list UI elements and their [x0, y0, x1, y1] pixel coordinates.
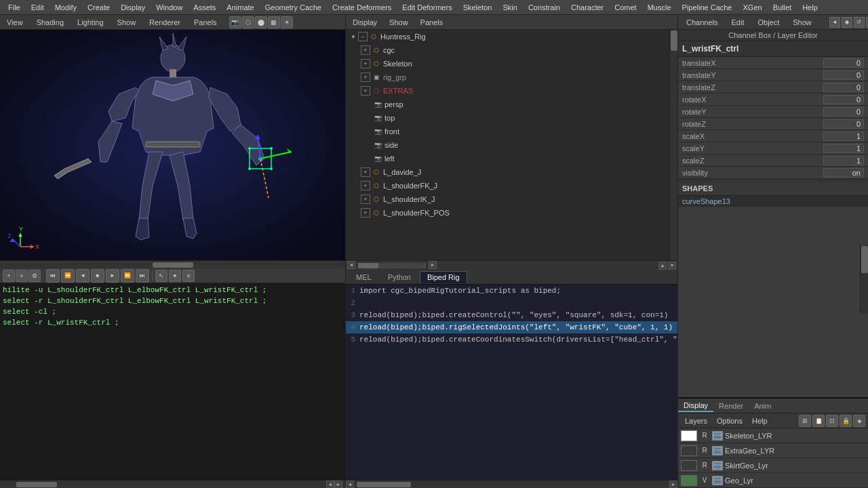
channel-value-sy[interactable]: 1: [823, 144, 864, 153]
menu-file[interactable]: File: [3, 2, 26, 13]
menu-create[interactable]: Create: [82, 2, 115, 13]
play-back-end-btn[interactable]: ⏮: [46, 269, 60, 283]
menu-help[interactable]: Help: [797, 2, 823, 13]
outliner-show[interactable]: Show: [385, 18, 412, 27]
layer-options-btn[interactable]: Options: [713, 416, 747, 426]
channel-row-sz[interactable]: scaleZ 1: [678, 155, 868, 167]
toolbar-renderer[interactable]: Renderer: [145, 18, 184, 27]
layer-icon-5[interactable]: ◈: [853, 415, 865, 427]
delete-icon[interactable]: ×: [16, 270, 28, 282]
toolbar-view[interactable]: View: [3, 18, 27, 27]
layer-help-btn[interactable]: Help: [748, 416, 772, 426]
panel-keyframe-btn[interactable]: ◆: [842, 17, 852, 28]
select-icon[interactable]: ↖: [155, 270, 167, 282]
menu-assets[interactable]: Assets: [188, 2, 221, 13]
viewport-scrollbar-h[interactable]: [0, 260, 345, 268]
menu-skin[interactable]: Skin: [497, 2, 522, 13]
outliner-item-lshouldfk[interactable]: + ⬡ L_shoulderFK_J: [346, 179, 669, 192]
outliner-panels[interactable]: Panels: [416, 18, 448, 27]
cmd-scrollbar-h[interactable]: ◄ ►: [0, 480, 345, 488]
menu-modify[interactable]: Modify: [50, 2, 82, 13]
outliner-up-btn[interactable]: ▲: [658, 262, 667, 270]
menu-display[interactable]: Display: [115, 2, 151, 13]
menu-geometry-cache[interactable]: Geometry Cache: [260, 2, 327, 13]
expand-arrow-icon[interactable]: ▼: [349, 32, 358, 41]
tab-show[interactable]: Show: [789, 17, 816, 28]
tree-plus-icon[interactable]: +: [361, 73, 370, 82]
script-editor-area[interactable]: 1 import cgc_bipedRigTutorial_scripts as…: [346, 285, 677, 480]
channel-value-sx[interactable]: 1: [823, 131, 864, 141]
tab-python[interactable]: Python: [380, 271, 418, 283]
channel-value-ty[interactable]: 0: [823, 70, 864, 80]
script-scroll-right[interactable]: ►: [669, 481, 677, 489]
layer-render-r3[interactable]: R: [699, 462, 710, 469]
outliner-item-side[interactable]: 📷 side: [346, 138, 669, 152]
outliner-item-rig-grp[interactable]: + ▣ rig_grp: [346, 70, 669, 84]
menu-animate[interactable]: Animate: [221, 2, 259, 13]
outliner-left-btn[interactable]: ◄: [347, 261, 355, 269]
menu-bullet[interactable]: Bullet: [768, 2, 797, 13]
panel-left-btn[interactable]: ◄: [829, 17, 840, 28]
outliner-item-huntress-rig[interactable]: ▼ − ⬡ Huntress_Rig: [346, 30, 669, 43]
menu-constrain[interactable]: Constrain: [523, 2, 566, 13]
wireframe-icon[interactable]: ⬡: [242, 16, 254, 28]
texture-icon[interactable]: ▦: [268, 16, 280, 28]
light-icon[interactable]: ☀: [281, 16, 293, 28]
viewport-scroll-thumb[interactable]: [153, 262, 193, 268]
tree-plus-icon[interactable]: +: [361, 45, 370, 55]
script-scrollbar-h[interactable]: ◄ ►: [346, 480, 677, 488]
outliner-item-left[interactable]: 📷 left: [346, 152, 669, 165]
play-back-btn[interactable]: ⏪: [61, 269, 75, 283]
layer-icon-2[interactable]: 📋: [812, 415, 825, 427]
channel-row-rx[interactable]: rotateX 0: [678, 94, 868, 106]
menu-comet[interactable]: Comet: [609, 2, 642, 13]
channel-value-tx[interactable]: 0: [823, 58, 864, 68]
layer-layers-btn[interactable]: Layers: [681, 416, 711, 426]
layer-tab-display[interactable]: Display: [678, 400, 713, 412]
tab-biped-rig[interactable]: Biped Rig: [420, 271, 467, 283]
layer-row-extrageo[interactable]: R ExtraGeo_LYR: [678, 443, 868, 458]
channel-row-sx[interactable]: scaleX 1: [678, 130, 868, 142]
layer-render-v4[interactable]: V: [699, 476, 710, 484]
cmd-scroll-thumb[interactable]: [16, 482, 57, 487]
tree-plus-icon[interactable]: +: [361, 59, 370, 68]
channel-value-ry[interactable]: 0: [823, 107, 864, 117]
outliner-right-btn[interactable]: ►: [429, 261, 437, 269]
channel-row-tx[interactable]: translateX 0: [678, 57, 868, 69]
play-fwd-one-btn[interactable]: ►: [106, 269, 119, 283]
layer-icon-3[interactable]: ⊡: [826, 415, 838, 427]
menu-edit-deformers[interactable]: Edit Deformers: [397, 2, 457, 13]
play-fwd-btn[interactable]: ⏩: [121, 269, 134, 283]
channel-value-tz[interactable]: 0: [823, 83, 864, 92]
channel-row-ty[interactable]: translateY 0: [678, 69, 868, 81]
tree-plus-icon[interactable]: +: [361, 181, 370, 190]
layer-render-r2[interactable]: R: [699, 447, 710, 454]
menu-muscle[interactable]: Muscle: [642, 2, 677, 13]
outliner-item-front[interactable]: 📷 front: [346, 125, 669, 138]
layer-row-skirtgeo[interactable]: R SkirtGeo_Lyr: [678, 458, 868, 473]
tab-mel[interactable]: MEL: [349, 271, 379, 283]
cmd-scroll-left[interactable]: ◄: [326, 481, 334, 489]
channel-row-sy[interactable]: scaleY 1: [678, 142, 868, 155]
outliner-item-lshoulik[interactable]: + ⬡ L_shoulderIK_J: [346, 192, 669, 206]
menu-character[interactable]: Character: [566, 2, 609, 13]
toolbar-panels[interactable]: Panels: [190, 18, 221, 27]
menu-edit[interactable]: Edit: [26, 2, 50, 13]
tab-edit[interactable]: Edit: [727, 17, 748, 28]
outliner-scrollbar[interactable]: [669, 30, 677, 260]
tree-plus-icon[interactable]: +: [361, 167, 370, 177]
tree-plus-icon[interactable]: +: [361, 208, 370, 218]
new-layer-icon[interactable]: +: [3, 270, 15, 282]
panel-anim-btn[interactable]: ↺: [854, 17, 865, 28]
tab-channels[interactable]: Channels: [682, 17, 722, 28]
channel-row-ry[interactable]: rotateY 0: [678, 106, 868, 118]
layer-icon-4[interactable]: 🔒: [840, 415, 852, 427]
outliner-item-skeleton[interactable]: + ⬡ Skeleton: [346, 57, 669, 70]
outliner-item-cgc[interactable]: + ⬡ cgc: [346, 43, 669, 57]
outliner-item-lshoulfkpos[interactable]: + ⬡ L_shoulderFK_POS: [346, 206, 669, 220]
layer-row-skeleton[interactable]: R Skeleton_LYR: [678, 428, 868, 443]
layer-render-r1[interactable]: R: [699, 432, 710, 439]
channel-value-rx[interactable]: 0: [823, 95, 864, 104]
menu-create-deformers[interactable]: Create Deformers: [327, 2, 397, 13]
channel-value-rz[interactable]: 0: [823, 119, 864, 129]
